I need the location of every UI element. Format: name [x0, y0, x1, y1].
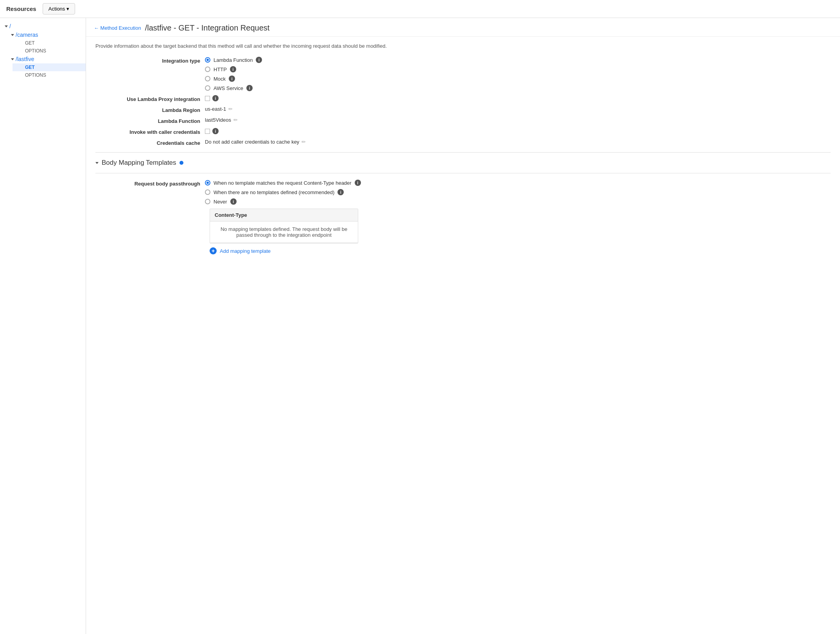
section-divider [95, 152, 831, 153]
add-mapping-link[interactable]: Add mapping template [220, 248, 271, 254]
sidebar-item-cameras[interactable]: /cameras [6, 31, 86, 39]
mock-info-icon[interactable]: i [229, 76, 235, 82]
aws-service-radio[interactable] [205, 85, 210, 91]
page-title: /lastfive - GET - Integration Request [145, 23, 270, 32]
mapping-table-header: Content-Type [210, 209, 358, 222]
passthrough-label: Request body passthrough [95, 180, 205, 187]
top-header: Resources Actions ▾ [0, 0, 840, 18]
lambda-proxy-row: Use Lambda Proxy integration i [95, 95, 831, 102]
lambda-function-form-value: last5Videos ✏ [205, 117, 831, 123]
lambda-function-radio[interactable] [205, 57, 210, 63]
mapping-table: Content-Type No mapping templates define… [210, 209, 358, 243]
passthrough-option3[interactable]: Never i [205, 198, 831, 205]
lambda-proxy-checkbox[interactable] [205, 96, 210, 101]
lambda-proxy-info-icon[interactable]: i [212, 95, 219, 101]
body-mapping-divider [95, 173, 831, 173]
expand-body-mapping-icon[interactable] [95, 162, 99, 164]
lambda-function-option[interactable]: Lambda Function i [205, 57, 831, 63]
mapping-table-container: Content-Type No mapping templates define… [210, 209, 831, 254]
sidebar-item-root[interactable]: / [0, 22, 86, 31]
lastfive-get-method[interactable]: GET [13, 63, 86, 71]
mock-option[interactable]: Mock i [205, 76, 831, 82]
passthrough-row: Request body passthrough When no templat… [95, 180, 831, 205]
passthrough-option3-info-icon[interactable]: i [230, 198, 237, 205]
body-mapping-header: Body Mapping Templates [95, 159, 831, 167]
content-area: Provide information about the target bac… [86, 37, 840, 261]
passthrough-radio1[interactable] [205, 180, 210, 186]
lambda-function-info-icon[interactable]: i [256, 57, 262, 63]
credentials-cache-value: Do not add caller credentials to cache k… [205, 139, 831, 145]
invoke-credentials-value: i [205, 128, 831, 134]
add-mapping-container[interactable]: + Add mapping template [210, 243, 831, 254]
aws-service-option[interactable]: AWS Service i [205, 85, 831, 91]
main-content: ← Method Execution /lastfive - GET - Int… [86, 18, 840, 634]
lambda-function-row: Lambda Function last5Videos ✏ [95, 117, 831, 124]
credentials-cache-edit-icon[interactable]: ✏ [302, 139, 306, 145]
lambda-function-edit-icon[interactable]: ✏ [233, 117, 238, 123]
sidebar: / /cameras GET OPTIONS /lastfive [0, 18, 86, 634]
expand-lastfive-icon [11, 58, 14, 60]
resources-label: Resources [6, 5, 36, 12]
http-radio[interactable] [205, 67, 210, 72]
invoke-credentials-label: Invoke with caller credentials [95, 128, 205, 135]
lastfive-options-method[interactable]: OPTIONS [13, 71, 86, 79]
sidebar-item-lastfive[interactable]: /lastfive [6, 55, 86, 63]
lambda-region-value: us-east-1 ✏ [205, 106, 831, 112]
passthrough-radio3[interactable] [205, 199, 210, 204]
body-mapping-title: Body Mapping Templates [102, 159, 176, 167]
description-text: Provide information about the target bac… [95, 43, 831, 49]
root-link[interactable]: / [9, 23, 11, 29]
passthrough-option1-info-icon[interactable]: i [355, 180, 361, 186]
integration-type-label: Integration type [95, 57, 205, 64]
actions-button[interactable]: Actions ▾ [43, 3, 75, 14]
lambda-proxy-label: Use Lambda Proxy integration [95, 95, 205, 102]
lambda-proxy-value: i [205, 95, 831, 101]
expand-root-icon [5, 25, 8, 27]
cameras-link[interactable]: /cameras [16, 32, 38, 38]
http-option[interactable]: HTTP i [205, 66, 831, 72]
lambda-region-label: Lambda Region [95, 106, 205, 113]
integration-type-row: Integration type Lambda Function i HTTP … [95, 57, 831, 91]
cameras-get-method[interactable]: GET [13, 39, 86, 47]
expand-cameras-icon [11, 34, 14, 36]
main-layout: / /cameras GET OPTIONS /lastfive [0, 18, 840, 634]
mock-radio[interactable] [205, 76, 210, 81]
passthrough-option2[interactable]: When there are no templates defined (rec… [205, 189, 831, 195]
aws-service-info-icon[interactable]: i [246, 85, 253, 91]
invoke-credentials-info-icon[interactable]: i [212, 128, 219, 134]
passthrough-option1[interactable]: When no template matches the request Con… [205, 180, 831, 186]
http-info-icon[interactable]: i [230, 66, 236, 72]
credentials-cache-row: Credentials cache Do not add caller cred… [95, 139, 831, 146]
lambda-region-edit-icon[interactable]: ✏ [228, 106, 233, 112]
passthrough-options: When no template matches the request Con… [205, 180, 831, 205]
integration-type-options: Lambda Function i HTTP i Mock i [205, 57, 831, 91]
lambda-region-row: Lambda Region us-east-1 ✏ [95, 106, 831, 113]
page-header: ← Method Execution /lastfive - GET - Int… [86, 18, 840, 37]
lambda-function-form-label: Lambda Function [95, 117, 205, 124]
cameras-options-method[interactable]: OPTIONS [13, 47, 86, 55]
invoke-credentials-checkbox[interactable] [205, 129, 210, 134]
mapping-table-body: No mapping templates defined. The reques… [210, 222, 358, 243]
passthrough-option2-info-icon[interactable]: i [337, 189, 344, 195]
body-mapping-dot [179, 161, 183, 165]
lastfive-link[interactable]: /lastfive [16, 56, 34, 62]
invoke-credentials-row: Invoke with caller credentials i [95, 128, 831, 135]
back-link[interactable]: ← Method Execution [94, 25, 141, 31]
passthrough-radio2[interactable] [205, 189, 210, 195]
add-mapping-icon: + [210, 247, 217, 254]
credentials-cache-label: Credentials cache [95, 139, 205, 146]
